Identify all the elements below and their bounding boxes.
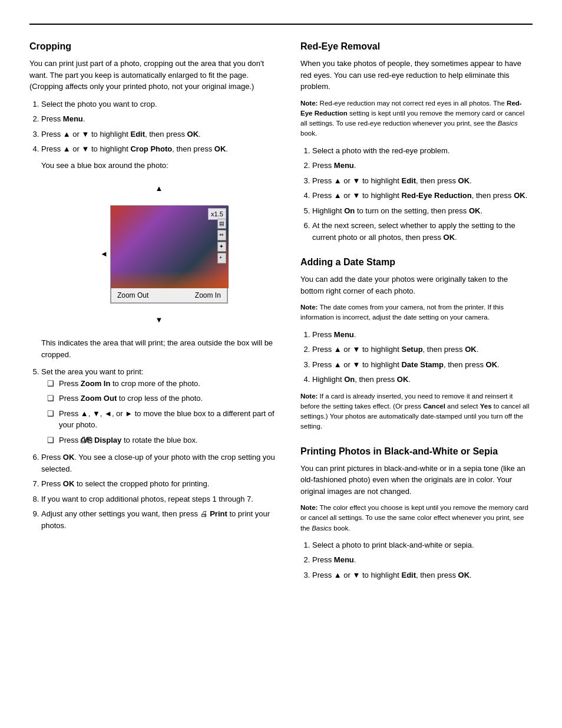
cropping-intro: You can print just part of a photo, crop…	[29, 58, 277, 93]
date-stamp-section: Adding a Date Stamp You can add the date…	[300, 257, 533, 432]
step-5: Set the area you want to print: Press Zo…	[41, 366, 277, 446]
zoom-out-bold: Zoom Out	[81, 394, 117, 403]
top-rule	[29, 24, 533, 25]
photo-row: ◄ x1.5 ▤ ⇔ ✦ +	[100, 196, 218, 313]
ds-ok3-bold: OK	[397, 375, 409, 384]
arrow-left-indicator: ◄	[100, 248, 108, 260]
re-ok2-bold: OK	[514, 191, 525, 200]
checklist-item-2: Press Zoom Out to crop less of the photo…	[47, 393, 277, 404]
ds-step-3: Press ▲ or ▼ to highlight Date Stamp, th…	[312, 359, 533, 371]
re-on-bold: On	[344, 206, 355, 215]
step-8: If you want to crop additional photos, r…	[41, 493, 277, 505]
bw-menu-bold: Menu	[334, 555, 354, 564]
bw-title: Printing Photos in Black-and-White or Se…	[300, 446, 533, 457]
checklist-item-4: Press ⎙/⎘ Display to rotate the blue box…	[47, 434, 277, 446]
ds-step-4: Highlight On, then press OK.	[312, 374, 533, 386]
photo-diagram-wrapper: ▲ ◄ x1.5 ▤ ⇔ ✦ +	[100, 183, 218, 325]
note-label: Note:	[300, 100, 318, 107]
icon-1: ▤	[217, 219, 226, 229]
ok-bold4: OK	[63, 479, 75, 488]
ds-ok2-bold: OK	[486, 360, 498, 369]
crop-bold: Crop Photo	[130, 144, 172, 153]
checklist-item-3: Press ▲, ▼, ◄, or ► to move the blue box…	[47, 408, 277, 431]
date-stamp-steps: Press Menu. Press ▲ or ▼ to highlight Se…	[312, 329, 533, 386]
bw-basics-italic: Basics	[312, 525, 332, 532]
ds-step-1: Press Menu.	[312, 329, 533, 341]
bw-step-2: Press Menu.	[312, 554, 533, 566]
bw-note: Note: The color effect you choose is kep…	[300, 503, 533, 533]
checklist-item-1: Press Zoom In to crop more of the photo.	[47, 378, 277, 390]
icon-2: ⇔	[217, 230, 226, 241]
re-step-2: Press Menu.	[312, 160, 533, 172]
bw-note-label: Note:	[300, 504, 318, 511]
step-4: Press ▲ or ▼ to highlight Crop Photo, th…	[41, 143, 277, 360]
left-column: Cropping You can print just part of a ph…	[29, 41, 277, 595]
ok-bold3: OK	[63, 453, 75, 462]
re-menu-bold: Menu	[334, 161, 354, 170]
ds-yes-bold: Yes	[480, 403, 492, 410]
page: Cropping You can print just part of a ph…	[0, 0, 562, 728]
date-stamp-intro: You can add the date your photos were or…	[300, 274, 533, 297]
right-icons: ▤ ⇔ ✦ +	[217, 219, 226, 263]
ds-setup-bold: Setup	[401, 345, 422, 354]
red-eye-section: Red-Eye Removal When you take photos of …	[300, 41, 533, 243]
date-stamp-title: Adding a Date Stamp	[300, 257, 533, 268]
indicates-text: This indicates the area that will print;…	[41, 337, 277, 360]
zoom-in-bold: Zoom In	[81, 379, 111, 388]
re-ok3-bold: OK	[469, 206, 481, 215]
re-step-4: Press ▲ or ▼ to highlight Red-Eye Reduct…	[312, 190, 533, 202]
bw-steps: Select a photo to print black-and-white …	[312, 539, 533, 581]
re-step-1: Select a photo with the red-eye problem.	[312, 145, 533, 157]
step-1: Select the photo you want to crop.	[41, 98, 277, 110]
ds-cancel-bold: Cancel	[423, 403, 445, 410]
bw-edit-bold: Edit	[401, 571, 416, 579]
ds-note2-label: Note:	[300, 393, 318, 400]
icon-3: ✦	[217, 242, 226, 252]
cropping-steps: Select the photo you want to crop. Press…	[41, 98, 277, 532]
cropping-title: Cropping	[29, 41, 277, 52]
blue-box-text: You see a blue box around the photo:	[41, 160, 277, 172]
zoom-in-label: Zoom In	[195, 290, 221, 301]
red-eye-note: Note: Red-eye reduction may not correct …	[300, 98, 533, 139]
zoom-bar: Zoom Out Zoom In	[111, 288, 227, 303]
re-step-6: At the next screen, select whether to ap…	[312, 220, 533, 243]
photo-image: x1.5 ▤ ⇔ ✦ +	[111, 206, 229, 288]
bw-step-3: Press ▲ or ▼ to highlight Edit, then pre…	[312, 569, 533, 581]
bw-ok-bold: OK	[458, 571, 470, 579]
ds-menu-bold: Menu	[334, 330, 354, 339]
arrow-down-indicator: ▼	[100, 314, 218, 326]
step-9: Adjust any other settings you want, then…	[41, 508, 277, 531]
re-step-3: Press ▲ or ▼ to highlight Edit, then pre…	[312, 175, 533, 187]
checklist: Press Zoom In to crop more of the photo.…	[47, 378, 277, 446]
bw-intro: You can print pictures in black-and-whit…	[300, 463, 533, 498]
date-stamp-note: Note: The date comes from your camera, n…	[300, 302, 533, 323]
date-stamp-note2: Note: If a card is already inserted, you…	[300, 391, 533, 432]
step-2: Press Menu.	[41, 113, 277, 125]
ds-step-2: Press ▲ or ▼ to highlight Setup, then pr…	[312, 344, 533, 355]
re-ok1-bold: OK	[458, 176, 470, 185]
basics-italic: Basics	[498, 120, 518, 127]
ok-bold2: OK	[214, 144, 226, 153]
photo-box: x1.5 ▤ ⇔ ✦ + Zoom Out	[110, 205, 228, 304]
step-7: Press OK to select the cropped photo for…	[41, 478, 277, 490]
columns: Cropping You can print just part of a ph…	[29, 41, 533, 595]
right-column: Red-Eye Removal When you take photos of …	[300, 41, 533, 595]
ds-ok1-bold: OK	[465, 345, 477, 354]
display-bold: ⎙/⎘ Display	[81, 436, 121, 444]
red-eye-reduction-bold: Red-Eye Reduction	[300, 100, 522, 117]
bw-step-1: Select a photo to print black-and-white …	[312, 539, 533, 551]
red-eye-intro: When you take photos of people, they som…	[300, 58, 533, 93]
ds-datestamp-bold: Date Stamp	[401, 360, 444, 369]
re-step-5: Highlight On to turn on the setting, the…	[312, 205, 533, 217]
red-eye-steps: Select a photo with the red-eye problem.…	[312, 145, 533, 243]
ds-on-bold: On	[344, 375, 355, 384]
ds-note-label: Note:	[300, 304, 318, 311]
print-bold: Print	[210, 509, 227, 518]
step-3: Press ▲ or ▼ to highlight Edit, then pre…	[41, 129, 277, 140]
icon-4: +	[217, 253, 226, 263]
arrow-up-indicator: ▲	[100, 183, 218, 195]
ok-bold: OK	[187, 130, 199, 139]
black-white-section: Printing Photos in Black-and-White or Se…	[300, 446, 533, 581]
re-edit-bold: Edit	[401, 176, 416, 185]
zoom-out-label: Zoom Out	[117, 290, 148, 301]
